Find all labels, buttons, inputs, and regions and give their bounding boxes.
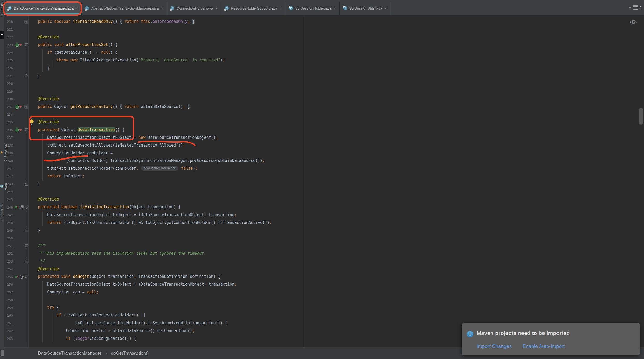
close-icon[interactable]: × [161, 6, 163, 10]
close-icon[interactable]: × [215, 6, 218, 10]
fold-cell[interactable] [24, 242, 28, 250]
gutter-space [15, 227, 24, 234]
fold-open-icon[interactable] [24, 128, 28, 132]
editor-tab[interactable]: CSqlSessionUtils.java× [340, 2, 390, 15]
fold-cell [24, 49, 28, 57]
fold-cell [24, 95, 28, 103]
close-icon[interactable]: × [76, 6, 78, 10]
fold-cell[interactable] [24, 126, 28, 134]
gutter-space [15, 165, 24, 172]
fold-end-icon[interactable] [24, 74, 28, 78]
code-line: 240 (ConnectionHolder) TransactionSynchr… [4, 157, 644, 165]
fold-cell[interactable] [24, 72, 28, 80]
java-class-icon: C [225, 6, 229, 10]
fold-open-icon[interactable] [24, 275, 28, 279]
lightbulb-icon[interactable] [29, 119, 34, 126]
implements-method-icon[interactable] [15, 103, 24, 111]
code-line: 246@ protected boolean isExistingTransac… [4, 203, 644, 211]
fold-open-icon[interactable] [24, 43, 28, 47]
code-line: 256 DataSourceTransactionObject txObject… [4, 281, 644, 288]
fold-guide-line [26, 149, 26, 157]
editor-tab[interactable]: CSqlSessionHolder.java× [285, 2, 340, 15]
editor-tab[interactable]: CResourceHolderSupport.java× [221, 2, 286, 15]
vertical-scrollbar-thumb[interactable] [639, 108, 643, 125]
fold-cell[interactable] [24, 103, 28, 111]
code-text: return txObject; [28, 172, 85, 180]
import-changes-link[interactable]: Import Changes [477, 343, 512, 349]
fold-cell[interactable] [24, 180, 28, 188]
tool-window-label: 2: Favorites [4, 144, 8, 161]
fold-cell[interactable] [24, 258, 28, 265]
fold-cell [24, 281, 28, 288]
gutter-space [15, 250, 24, 258]
line-number: 250 [4, 236, 15, 240]
code-line: 249 } [4, 227, 644, 234]
tool-window-button[interactable]: ★2: Favorites [0, 144, 4, 161]
tab-list-icon [633, 5, 638, 10]
code-editor[interactable]: 218 public boolean isEnforceReadOnly() {… [4, 15, 644, 347]
fold-cell[interactable] [24, 18, 28, 26]
fold-end-icon[interactable] [24, 229, 28, 232]
inspections-eye-icon[interactable] [629, 19, 637, 26]
implements-method-icon[interactable] [15, 41, 24, 49]
indent-guide [42, 134, 43, 180]
code-text: try { [28, 304, 59, 312]
java-class-icon: C [8, 6, 12, 10]
line-number: 237 [4, 136, 15, 140]
fold-cell [24, 219, 28, 227]
code-line: 243 } [4, 180, 644, 188]
implements-method-icon[interactable] [15, 126, 24, 134]
fold-collapsed-icon[interactable] [24, 20, 28, 24]
hidden-tabs-button[interactable]: 3 [628, 5, 641, 10]
fold-open-icon[interactable] [24, 205, 28, 209]
fold-collapsed-icon[interactable] [24, 105, 28, 109]
fold-cell[interactable] [24, 203, 28, 211]
close-icon[interactable]: × [384, 6, 387, 10]
fold-cell[interactable] [24, 41, 28, 49]
globe-icon [0, 184, 3, 188]
code-text: txObject.getConnectionHolder().isSynchro… [28, 319, 227, 327]
code-text: if (!txObject.hasConnectionHolder() || [28, 312, 146, 319]
gutter-space [15, 319, 24, 327]
fold-open-icon[interactable] [24, 244, 28, 248]
tool-window-button[interactable]: 7: Structure [0, 204, 4, 221]
fold-end-icon[interactable] [24, 182, 28, 186]
gutter-space [15, 234, 24, 242]
fold-guide-line [26, 142, 26, 149]
editor-tab[interactable]: CAbstractPlatformTransactionManager.java… [82, 2, 167, 15]
tool-window-handle[interactable] [1, 350, 4, 356]
fold-guide-line [26, 64, 26, 72]
indent-guide [42, 49, 43, 72]
gutter-space [15, 72, 24, 80]
breadcrumb-method[interactable]: doGetTransaction() [111, 351, 149, 356]
implements-method-icon-annotated[interactable]: @ [15, 203, 24, 211]
fold-cell [24, 250, 28, 258]
editor-tab-bar: CDataSourceTransactionManager.java×CAbst… [4, 0, 644, 15]
gutter-space [15, 196, 24, 203]
gutter-space [15, 142, 24, 149]
fold-guide-line [26, 49, 26, 57]
fold-cell [24, 304, 28, 312]
tool-window-button[interactable]: Web [0, 183, 4, 190]
close-icon[interactable]: × [334, 6, 336, 10]
implements-method-icon-annotated[interactable]: @ [15, 273, 24, 281]
editor-tab[interactable]: CDataSourceTransactionManager.java× [4, 2, 82, 15]
tab-label: ConnectionHolder.java [176, 6, 213, 10]
fold-end-icon[interactable] [24, 260, 28, 263]
right-margin-guide [303, 15, 303, 347]
java-class-icon: C [85, 6, 89, 10]
fold-guide-line [26, 134, 26, 142]
code-text: } [28, 227, 40, 234]
gutter-space [15, 80, 24, 87]
close-icon[interactable]: × [280, 6, 282, 10]
enable-auto-import-link[interactable]: Enable Auto-Import [523, 343, 565, 349]
editor-tab[interactable]: CConnectionHolder.java× [167, 2, 221, 15]
breadcrumb-class[interactable]: DataSourceTransactionManager [38, 351, 101, 356]
ide-window: 1: Project★2: FavoritesWeb7: Structure C… [0, 0, 644, 359]
code-line: 238 txObject.setSavepointAllowed(isNeste… [4, 142, 644, 149]
fold-cell [24, 64, 28, 72]
tool-window-button[interactable]: 1: Project [0, 2, 4, 15]
fold-cell[interactable] [24, 227, 28, 234]
indent-guide [52, 157, 52, 168]
fold-cell[interactable] [24, 273, 28, 281]
